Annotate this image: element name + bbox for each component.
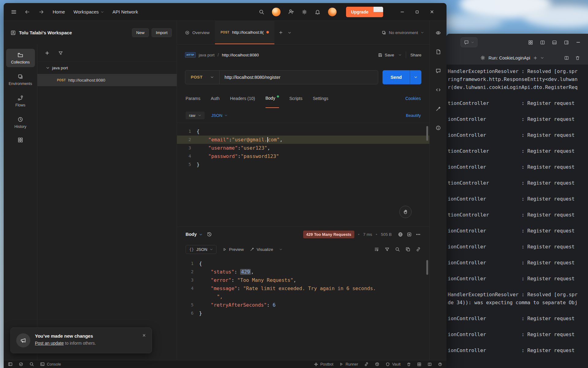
share-button[interactable]: Share [410,53,421,57]
filter-funnel-icon[interactable] [58,51,63,56]
comments-icon[interactable] [435,68,441,74]
tab-list-chevron-icon[interactable] [288,31,291,34]
gear-icon[interactable] [480,55,485,60]
help-icon[interactable] [438,362,442,366]
table-grid-icon[interactable] [417,362,421,366]
wrap-text-icon[interactable] [374,247,379,252]
tab-headers[interactable]: Headers (10) [230,89,255,108]
tab-body[interactable]: Body [266,89,279,108]
window-maximize-icon[interactable] [415,10,419,14]
cookies-manager-icon[interactable] [375,362,379,366]
user-avatar[interactable] [328,8,337,16]
status-check-icon[interactable] [19,362,23,366]
new-button[interactable]: New [132,28,149,37]
import-button[interactable]: Import [152,28,172,37]
save-button[interactable]: Save [378,53,394,57]
collection-row[interactable]: java port [37,62,177,74]
trash-icon[interactable] [407,362,411,366]
tab-scripts[interactable]: Scripts [289,89,303,108]
find-icon[interactable] [29,362,34,366]
response-pane-selector[interactable]: Body [186,232,202,237]
response-size[interactable]: 505 B [381,232,392,237]
preview-button[interactable]: Preview [223,247,244,252]
invite-user-icon[interactable] [288,9,294,15]
save-response-icon[interactable] [407,232,412,237]
info-icon[interactable] [435,125,441,131]
upgrade-button[interactable]: Upgrade [346,7,383,17]
add-icon[interactable] [533,56,537,60]
nav-api-network[interactable]: API Network [112,9,138,14]
response-scrollbar-thumb[interactable] [426,260,428,275]
visualize-button[interactable]: Visualize [250,247,273,252]
related-requests-icon[interactable] [435,106,441,112]
body-mode-selector[interactable]: raw [186,112,205,119]
status-badge[interactable]: 429 Too Many Requests [303,231,354,238]
minimize-icon[interactable] [576,40,581,45]
search-response-icon[interactable] [395,247,400,252]
more-options-icon[interactable] [416,232,421,237]
toast-close-icon[interactable] [142,333,146,337]
send-button[interactable]: Send [383,70,421,84]
tab-auth[interactable]: Auth [211,89,220,108]
notifications-bell-icon[interactable] [315,9,320,15]
console-button[interactable]: Console [40,362,61,366]
vault-button[interactable]: Vault [386,362,401,366]
editor-scrollbar-thumb[interactable] [426,126,428,141]
ide-chat-widget[interactable] [461,37,477,47]
settings-gear-icon[interactable] [302,9,307,15]
body-language-selector[interactable]: JSON [211,113,228,118]
capture-requests-icon[interactable] [364,362,369,366]
editor-assistant-button[interactable] [399,206,412,218]
beautify-link[interactable]: Beautify [406,113,421,118]
tab-params[interactable]: Params [186,89,200,108]
response-time[interactable]: 7 ms [363,232,372,237]
link-icon[interactable] [416,247,421,252]
save-options-chevron-icon[interactable] [398,53,401,56]
post-update-link[interactable]: Post an update [35,341,64,346]
chevron-down-icon[interactable] [541,56,544,59]
tab-request-active[interactable]: POST http://localhost:8( [215,21,274,44]
back-arrow-icon[interactable] [24,9,30,15]
rail-item-flows[interactable]: Flows [6,92,35,110]
trash-icon[interactable] [575,56,580,60]
split-panes-icon[interactable] [428,362,432,366]
workspace-name[interactable]: Tolu Talabi's Workspace [19,30,72,35]
window-close-icon[interactable] [430,10,434,14]
globe-icon[interactable] [398,232,403,237]
filter-results-icon[interactable] [385,247,390,252]
layout-columns-icon[interactable] [540,40,545,45]
documentation-icon[interactable] [435,49,441,55]
view-options-chevron-icon[interactable] [279,248,282,251]
layout-right-dock-icon[interactable] [564,40,569,45]
rail-item-more-tools[interactable] [6,135,35,145]
hamburger-menu-icon[interactable] [11,9,17,15]
nav-home[interactable]: Home [53,9,65,14]
rail-item-history[interactable]: History [6,113,35,132]
tab-settings[interactable]: Settings [313,89,328,108]
environment-selector[interactable]: No environment [376,21,429,44]
forward-arrow-icon[interactable] [39,9,44,15]
request-body-editor[interactable]: 1 { 2 "email":"user@gmail.com", 3 "usern… [177,123,429,227]
send-options-chevron-icon[interactable] [410,70,421,84]
rail-item-collections[interactable]: Collections [6,49,35,67]
window-minimize-icon[interactable] [400,10,405,14]
environment-quick-look-icon[interactable] [435,30,441,36]
request-row[interactable]: POST http://localhost:8080 [37,74,177,86]
url-input[interactable] [220,75,378,80]
toggle-sidebar-icon[interactable] [8,362,13,366]
split-editor-icon[interactable] [564,56,569,60]
breadcrumb-request-name[interactable]: http://localhost:8080 [222,53,259,57]
runner-button[interactable]: Runner [339,362,358,366]
postman-agent-icon[interactable] [272,8,281,16]
rail-item-environments[interactable]: Environments [6,70,35,89]
response-format-selector[interactable]: {} JSON [186,245,217,254]
search-icon[interactable] [259,9,264,15]
add-collection-icon[interactable] [45,51,50,56]
layout-grid-icon[interactable] [528,40,533,45]
nav-workspaces[interactable]: Workspaces [74,9,104,14]
new-tab-icon[interactable] [279,30,283,35]
breadcrumb-collection[interactable]: java port [199,53,215,57]
cookies-link[interactable]: Cookies [405,89,421,108]
code-snippet-icon[interactable] [435,87,441,93]
method-selector[interactable]: POST [185,71,220,84]
